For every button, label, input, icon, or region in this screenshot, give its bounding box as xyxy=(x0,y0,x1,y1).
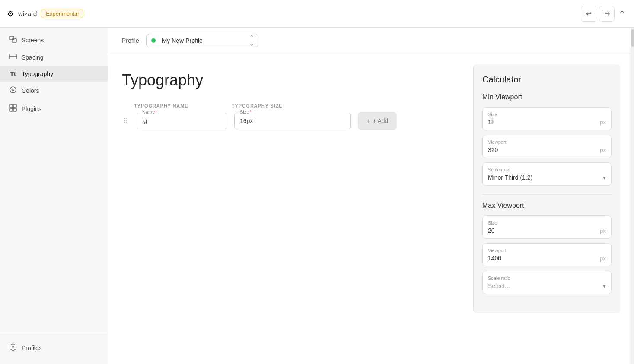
max-viewport-label: Viewport xyxy=(488,248,606,253)
size-input-group: Size* xyxy=(234,113,351,129)
plugins-icon xyxy=(9,104,17,114)
min-viewport-field: Viewport px xyxy=(482,135,612,158)
sidebar: Screens Spacing Tt Typography xyxy=(0,28,108,364)
dropdown-icon[interactable]: ▾ xyxy=(603,174,606,181)
collapse-button[interactable]: ⌃ xyxy=(617,7,627,20)
sidebar-label-screens: Screens xyxy=(22,37,44,44)
add-button[interactable]: + + Add xyxy=(358,112,397,130)
experimental-badge: Experimental xyxy=(41,9,83,18)
min-viewport-label: Viewport xyxy=(488,139,606,145)
app-title: wizard xyxy=(18,10,37,17)
undo-button[interactable]: ↩ xyxy=(581,6,596,22)
sidebar-label-plugins: Plugins xyxy=(22,105,41,112)
right-scrollbar[interactable] xyxy=(631,28,634,364)
drag-handle[interactable]: ⠿ xyxy=(122,116,130,126)
min-viewport-input[interactable] xyxy=(488,146,582,153)
svg-rect-8 xyxy=(13,104,16,108)
add-label: + Add xyxy=(373,117,388,124)
profile-select-wrapper: My New Profile ⌃⌄ xyxy=(146,34,258,47)
typography-name-input[interactable] xyxy=(137,113,227,129)
profiles-icon xyxy=(9,343,17,353)
sidebar-label-profiles: Profiles xyxy=(22,345,42,351)
min-size-label: Size xyxy=(488,112,606,117)
main-layout: Screens Spacing Tt Typography xyxy=(0,28,634,364)
sidebar-item-plugins[interactable]: Plugins xyxy=(0,100,108,118)
min-viewport-unit: px xyxy=(600,147,606,153)
content-area: Profile My New Profile ⌃⌄ Typography TYP… xyxy=(108,28,631,364)
svg-point-6 xyxy=(12,89,14,91)
max-scale-value: Select... xyxy=(488,282,510,289)
sidebar-label-typography: Typography xyxy=(22,70,53,77)
redo-button[interactable]: ↪ xyxy=(599,6,615,22)
size-input-label: Size* xyxy=(239,109,253,114)
svg-point-5 xyxy=(10,87,16,93)
max-size-input[interactable] xyxy=(488,227,582,234)
col-header-name: TYPOGRAPHY NAME xyxy=(134,103,225,108)
topbar: ⚙ wizard Experimental ↩ ↪ ⌃ xyxy=(0,0,634,28)
sidebar-label-colors: Colors xyxy=(22,87,39,94)
col-header-size: TYPOGRAPHY SIZE xyxy=(232,103,348,108)
min-size-input[interactable] xyxy=(488,119,582,126)
profile-label: Profile xyxy=(122,37,139,44)
min-viewport-title: Min Viewport xyxy=(482,93,612,101)
main-scroll: Typography TYPOGRAPHY NAME TYPOGRAPHY SI… xyxy=(108,54,631,364)
sidebar-item-typography[interactable]: Tt Typography xyxy=(0,66,108,82)
max-size-label: Size xyxy=(488,220,606,225)
sidebar-bottom: Profiles xyxy=(0,332,108,361)
gear-icon: ⚙ xyxy=(7,9,14,19)
min-size-field: Size px xyxy=(482,107,612,130)
sidebar-item-screens[interactable]: Screens xyxy=(0,31,108,49)
screens-icon xyxy=(9,35,17,45)
topbar-right: ↩ ↪ ⌃ xyxy=(581,6,627,22)
typography-size-input[interactable] xyxy=(234,113,351,129)
typography-icon: Tt xyxy=(9,70,17,77)
sidebar-item-profiles[interactable]: Profiles xyxy=(0,339,108,357)
svg-rect-0 xyxy=(10,36,14,40)
max-size-field: Size px xyxy=(482,215,612,239)
colors-icon xyxy=(9,86,17,95)
max-scale-field: Scale ratio Select... ▾ xyxy=(482,271,612,294)
name-input-group: Name* xyxy=(137,113,227,129)
min-scale-value: Minor Third (1.2) xyxy=(488,174,532,181)
max-viewport-unit: px xyxy=(600,255,606,262)
sidebar-label-spacing: Spacing xyxy=(22,54,44,61)
section-title: Typography xyxy=(122,71,459,89)
max-size-unit: px xyxy=(600,228,606,234)
calculator-title: Calculator xyxy=(482,75,612,85)
svg-rect-7 xyxy=(10,104,13,108)
topbar-left: ⚙ wizard Experimental xyxy=(7,9,83,19)
svg-rect-1 xyxy=(12,39,16,42)
min-scale-label: Scale ratio xyxy=(488,167,606,172)
max-viewport-input[interactable] xyxy=(488,255,582,262)
svg-rect-10 xyxy=(13,108,16,111)
max-scale-label: Scale ratio xyxy=(488,275,606,281)
spacing-icon xyxy=(9,54,17,61)
profile-bar: Profile My New Profile ⌃⌄ xyxy=(108,28,631,54)
min-size-unit: px xyxy=(600,119,606,126)
calculator-panel: Calculator Min Viewport Size px V xyxy=(473,64,620,313)
name-input-label: Name* xyxy=(141,109,159,114)
undo-icon: ↩ xyxy=(586,9,592,18)
dropdown-icon-max[interactable]: ▾ xyxy=(603,283,606,289)
svg-rect-9 xyxy=(10,108,13,111)
sidebar-item-spacing[interactable]: Spacing xyxy=(0,49,108,66)
max-viewport-section: Max Viewport Size px Viewport xyxy=(482,202,612,294)
scrollbar-thumb xyxy=(631,29,634,47)
min-viewport-section: Min Viewport Size px Viewport xyxy=(482,93,612,186)
svg-point-11 xyxy=(12,346,14,348)
max-viewport-title: Max Viewport xyxy=(482,202,612,209)
typography-section: Typography TYPOGRAPHY NAME TYPOGRAPHY SI… xyxy=(108,54,473,364)
table-headers: TYPOGRAPHY NAME TYPOGRAPHY SIZE xyxy=(122,103,459,108)
redo-icon: ↪ xyxy=(604,9,610,18)
chevron-up-icon: ⌃ xyxy=(619,9,625,18)
plus-icon: + xyxy=(366,117,370,124)
min-scale-field: Scale ratio Minor Third (1.2) ▾ xyxy=(482,162,612,186)
profile-select[interactable]: My New Profile xyxy=(146,34,258,47)
max-viewport-field: Viewport px xyxy=(482,243,612,266)
sidebar-item-colors[interactable]: Colors xyxy=(0,82,108,100)
typography-row: ⠿ Name* Size* + xyxy=(122,112,459,130)
